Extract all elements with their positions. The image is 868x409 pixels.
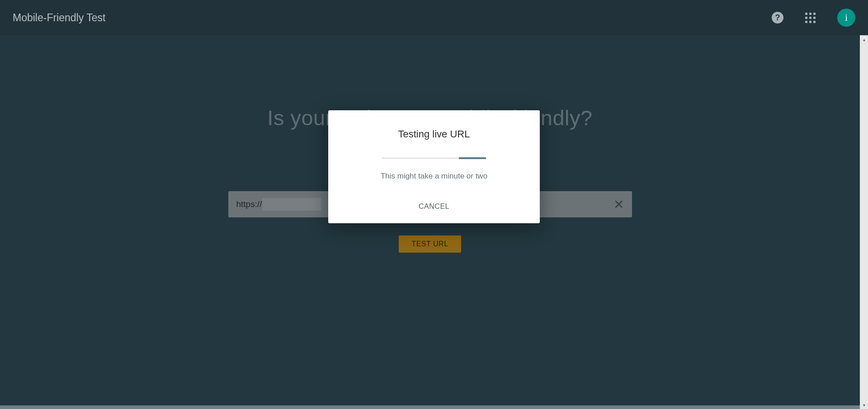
scroll-down-icon[interactable]: ▾ [860, 401, 868, 409]
scroll-up-icon[interactable]: ▴ [860, 35, 868, 43]
testing-dialog: Testing live URL This might take a minut… [328, 110, 540, 223]
help-icon[interactable]: ? [772, 12, 783, 24]
progress-bar [382, 157, 486, 159]
avatar[interactable]: i [837, 9, 855, 27]
header-actions: ? i [772, 9, 855, 27]
header: Mobile-Friendly Test ? i [0, 0, 868, 35]
cancel-button[interactable]: CANCEL [419, 202, 449, 211]
progress-fill [459, 157, 486, 159]
apps-icon[interactable] [805, 13, 816, 23]
scrollbar[interactable]: ▴ ▾ [860, 35, 868, 409]
app-title: Mobile-Friendly Test [13, 12, 105, 24]
bottom-bar [0, 405, 860, 409]
dialog-title: Testing live URL [337, 128, 531, 140]
dialog-subtitle: This might take a minute or two [337, 172, 531, 181]
